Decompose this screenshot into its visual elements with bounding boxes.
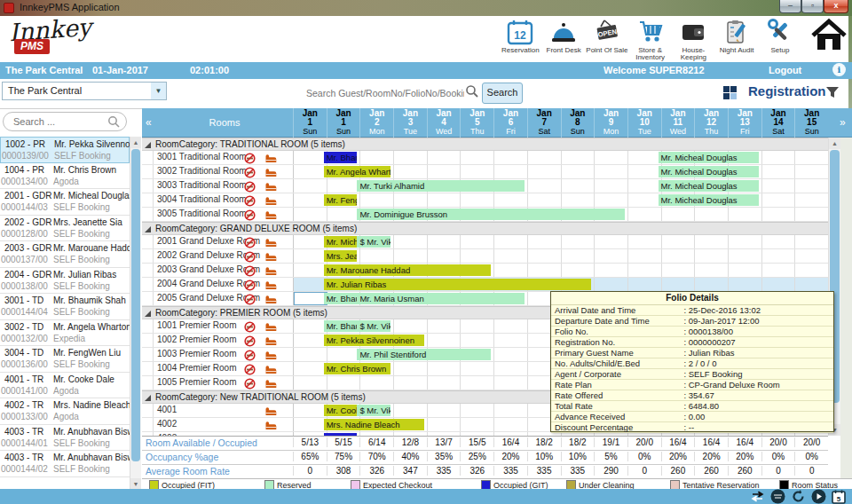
reservation-bar[interactable]: Mr. Turki Alhamid [357,180,524,192]
booking-list-item[interactable]: 4003 - TRMr. Anubhavan Biswam0000144/01S… [0,425,130,452]
reservation-bar[interactable]: Mr. Chris Brown [324,363,390,374]
toolbar-night-audit-button[interactable]: Night Audit [715,18,759,60]
room-date-cells[interactable]: Mr. Marouane Haddad [293,264,828,277]
legend-label: Reserved [277,481,312,490]
reservation-bar[interactable]: Mr. Micheal Douglas [659,180,759,192]
booking-list-item[interactable]: 3001 - TDMr. Bhaumik Shah0000144/04SELF … [0,294,130,320]
folio-detail-value: : 09-Jan-2017 12:00 [683,316,759,326]
reservation-bar[interactable]: Mrs. Nadine Bleach [324,419,424,430]
booking-guest: Mr. Pekka Silvennoinen [54,139,130,149]
reservation-bar[interactable]: Mr. Miche [324,236,358,248]
close-button[interactable]: x [824,0,848,13]
reservation-bar[interactable]: $ Mr. Vika [357,405,390,416]
reservation-bar[interactable]: Mr. Micheal Douglas [659,166,759,177]
reservation-bar[interactable]: Mr. FengW [324,194,358,206]
calendar-rate-icon[interactable]: 5 [832,489,847,504]
booking-guest: Mr. Marouane Haddad [53,243,130,253]
reservation-bar[interactable]: $ Mr. Vika [357,320,390,332]
reservation-bar[interactable]: Mr. Micheal Douglas [659,194,759,206]
room-date-cells[interactable]: Mr. Julian Ribas [293,278,828,291]
room-date-cells[interactable]: Mr. FengWMr. Micheal Douglas [293,193,828,207]
room-category-row[interactable]: RoomCategory: TRADITIONAL ROOM (5 items) [142,138,828,151]
summary-value: 347 [393,466,427,476]
no-smoking-icon [244,349,256,360]
bed-icon [264,209,276,220]
property-select[interactable]: The Park Central [2,82,167,100]
folio-detail-label: Rate Offered [555,390,603,400]
toolbar-point-of-sale-button[interactable]: OPENPoint Of Sale [586,18,629,60]
booking-list-item[interactable]: 4002 - TRMrs. Nadine Bleach0000133/00Ago… [0,398,130,425]
booking-list-item[interactable]: 1002 - PRMr. Pekka Silvennoinen0000139/0… [0,137,130,163]
reservation-bar[interactable]: Mr. Bhaui [324,293,358,304]
maximize-button[interactable]: ▫ [801,0,824,13]
focused-cell[interactable] [294,292,327,305]
reservation-bar[interactable]: Mr. Bhaui [324,320,358,332]
collapse-rooms-button[interactable]: « [146,116,152,129]
booking-source: Agoda [53,412,79,421]
view-switch-icon[interactable] [723,86,737,99]
toolbar-label: Night Audit [720,47,754,54]
toolbar-reservation-button[interactable]: 12Reservation [499,18,542,60]
sidebar-search-input[interactable] [12,115,104,128]
info-icon[interactable]: i [832,63,846,76]
sidebar-search-box[interactable] [3,112,127,131]
no-smoking-icon [244,363,256,374]
chevron-down-icon[interactable]: ▼ [151,83,166,99]
booking-list-item[interactable]: 2004 - GDRMr. Julian Ribas0000138/00SELF… [0,268,130,295]
guest-search-input[interactable] [306,85,464,101]
reservation-bar[interactable]: Mr. Bhau [324,152,358,163]
booking-list-item[interactable]: 3004 - TDMr. FengWen Liu0000136/00SELF B… [0,346,130,373]
room-category-row[interactable]: RoomCategory: GRAND DELUXE ROOM (5 items… [142,222,828,235]
reservation-bar[interactable]: Mr. Dominigue Brusson [357,209,625,220]
folio-detail-row: Folio No.: 0000138/00 [551,327,833,337]
search-button[interactable]: Search [482,83,523,104]
next-dates-button[interactable]: » [840,116,846,129]
filter-funnel-icon[interactable] [824,84,840,100]
reservation-bar[interactable]: Mr. Cooke [324,405,358,416]
reservation-bar[interactable]: Mr. Julian Ribas [324,279,592,290]
booking-list-item[interactable]: 4003 - TRMr. Anubhavan Biswami0000144/02… [0,451,130,477]
room-row: 3001 Traditional RoomMr. BhauMr. Micheal… [142,151,828,165]
logout-link[interactable]: Logout [769,65,801,75]
reservation-bar[interactable]: $ Mr. Vika [357,236,390,248]
toolbar-house-keeping-button[interactable]: House-Keeping [672,18,715,60]
summary-value: 0% [761,452,795,461]
sidebar-scroll-thumb[interactable] [131,149,140,461]
toolbar-home-button[interactable] [801,18,845,60]
reservation-bar[interactable]: Mr. Phil Stentiford [357,349,491,360]
booking-list-item[interactable]: 4001 - TRMr. Cooke Dale0000141/00Agoda [0,373,130,399]
minimize-button[interactable]: – [779,0,801,13]
reservation-bar[interactable]: Mr. Micheal Douglas [659,152,759,163]
booking-list-item[interactable]: 3002 - TDMr. Angela Wharton0000132/00Exp… [0,320,130,347]
refresh-icon[interactable] [791,489,806,504]
room-date-cells[interactable]: Mr. Dominigue Brusson [293,208,828,221]
booking-list-item[interactable]: 2003 - GDRMr. Marouane Haddad0000137/00S… [0,241,130,268]
sidebar-scrollbar[interactable]: ▲ ▼ [130,137,141,490]
reservation-bar[interactable]: Mr. Angela Wharton [324,166,390,177]
transfer-arrows-icon[interactable] [750,489,765,504]
room-date-cells[interactable]: Mr. BhauMr. Micheal Douglas [293,151,828,164]
scroll-up-icon[interactable]: ▲ [130,137,141,148]
toolbar-setup-button[interactable]: Setup [759,18,802,60]
reservation-bar[interactable]: Mr. Pekka Silvennoinen [324,335,424,346]
toolbar-front-desk-button[interactable]: Front Desk [542,18,586,60]
booking-guest: Mr. Julian Ribas [53,270,130,280]
room-date-cells[interactable]: Mr. Angela WhartonMr. Micheal Douglas [293,165,828,178]
reservation-bar[interactable]: Mr. Maria Usman [357,293,524,304]
search-icon[interactable] [465,84,479,98]
booking-list-item[interactable]: 1004 - PRMr. Chris Brown0000134/00Agoda [0,163,130,190]
no-smoking-icon [244,152,256,163]
play-icon[interactable] [811,489,826,504]
toolbar-label: Store & Inventory [628,47,672,61]
booking-list-item[interactable]: 2001 - GDRMr. Micheal Douglas0000144/03S… [0,189,130,216]
room-date-cells[interactable]: Mr. Turki AlhamidMr. Micheal Douglas [293,179,828,193]
room-date-cells[interactable]: Mr. Miche$ Mr. Vika [293,235,828,248]
reservation-bar[interactable]: Mr. Marouane Haddad [324,264,491,276]
room-date-cells[interactable]: Mrs. Jean [293,249,828,263]
reservation-bar[interactable]: Mrs. Jean [324,250,358,262]
summary-value: 326 [359,466,393,476]
toolbar-store-inventory-button[interactable]: Store & Inventory [628,18,672,60]
scroll-up-icon[interactable]: ▲ [829,138,840,149]
booking-list-item[interactable]: 2002 - GDRMrs. Jeanette Sia0000128/00SEL… [0,216,130,242]
whats-new-icon[interactable] [770,489,785,504]
